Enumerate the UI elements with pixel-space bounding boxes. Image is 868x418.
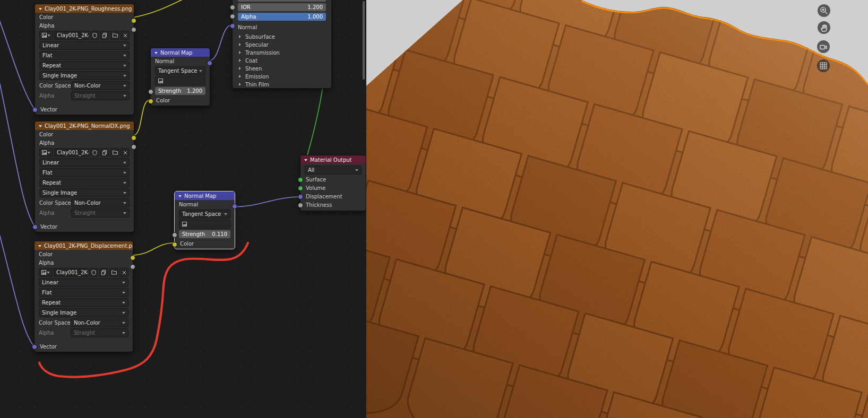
- socket-strength-input[interactable]: [148, 89, 153, 94]
- strength-slider[interactable]: Strength1.200: [155, 87, 205, 95]
- fake-user-button[interactable]: [90, 148, 99, 157]
- panel-coat[interactable]: Coat: [238, 57, 326, 64]
- normal-map-node-1[interactable]: Normal Map Normal Tangent Space Strength…: [150, 48, 210, 106]
- target-dropdown[interactable]: All: [305, 166, 362, 175]
- space-dropdown[interactable]: Tangent Space: [155, 66, 205, 75]
- fake-user-button[interactable]: [89, 268, 98, 277]
- socket-normal-input[interactable]: [230, 23, 235, 29]
- extension-dropdown[interactable]: Repeat: [39, 61, 130, 70]
- socket-vector-input[interactable]: [32, 107, 38, 112]
- source-dropdown[interactable]: Single Image: [39, 71, 130, 80]
- panel-sheen[interactable]: Sheen: [238, 65, 326, 72]
- duplicate-button[interactable]: [100, 31, 109, 40]
- projection-dropdown[interactable]: Flat: [39, 168, 130, 177]
- socket-alpha-output[interactable]: [131, 144, 136, 150]
- ior-slider[interactable]: IOR1.200: [238, 3, 326, 11]
- node-header[interactable]: Normal Map: [175, 191, 235, 200]
- strength-slider[interactable]: Strength0.110: [179, 230, 230, 238]
- node-header[interactable]: Clay001_2K-PNG_Displacement.png: [35, 241, 133, 250]
- extension-dropdown[interactable]: Repeat: [39, 178, 130, 187]
- image-browser-button[interactable]: [39, 268, 53, 277]
- open-image-button[interactable]: [109, 268, 118, 277]
- image-browser-button[interactable]: [39, 31, 53, 40]
- unlink-button[interactable]: [119, 268, 128, 277]
- interpolation-dropdown[interactable]: Linear: [39, 158, 130, 167]
- socket-vector-input[interactable]: [32, 344, 37, 350]
- image-texture-node-normaldx[interactable]: Clay001_2K-PNG_NormalDX.png Color Alpha …: [35, 121, 134, 232]
- socket-color-input[interactable]: [172, 242, 177, 247]
- color-space-dropdown[interactable]: Non-Color: [71, 318, 128, 327]
- projection-dropdown[interactable]: Flat: [39, 51, 130, 60]
- editor-scrollbar[interactable]: [363, 1, 365, 80]
- collapse-icon[interactable]: [39, 8, 42, 12]
- material-output-node[interactable]: Material Output All Surface Volume Displ…: [300, 155, 366, 211]
- socket-volume-input[interactable]: [298, 186, 303, 191]
- socket-alpha-input[interactable]: [230, 14, 235, 19]
- socket-ior-input[interactable]: [230, 5, 235, 10]
- duplicate-button[interactable]: [99, 268, 108, 277]
- pan-button[interactable]: [818, 21, 830, 34]
- socket-normal-output[interactable]: [207, 60, 212, 66]
- duplicate-button[interactable]: [100, 148, 109, 157]
- panel-specular[interactable]: Specular: [238, 41, 326, 48]
- socket-normal-output[interactable]: [232, 204, 237, 209]
- extension-dropdown[interactable]: Repeat: [39, 298, 128, 307]
- socket-alpha-output[interactable]: [130, 264, 135, 269]
- image-name-field[interactable]: Clay001_2K-P...: [54, 148, 89, 157]
- open-image-button[interactable]: [110, 31, 119, 40]
- image-name-field[interactable]: Clay001_2K-P...: [54, 268, 88, 277]
- node-header[interactable]: Normal Map: [151, 48, 210, 57]
- camera-view-button[interactable]: [817, 40, 830, 53]
- collapse-icon[interactable]: [154, 52, 158, 56]
- color-space-dropdown[interactable]: Non-Color: [71, 81, 130, 90]
- socket-strength-input[interactable]: [172, 232, 177, 238]
- socket-thickness-input[interactable]: [298, 203, 303, 208]
- clay-roof-object[interactable]: [366, 0, 868, 418]
- principled-bsdf-node[interactable]: IOR1.200 Alpha1.000 Normal Subsurface Sp…: [232, 0, 332, 89]
- orthographic-toggle-button[interactable]: [817, 59, 830, 72]
- collapse-icon[interactable]: [39, 125, 42, 129]
- socket-color-output[interactable]: [130, 255, 135, 260]
- image-browser-button[interactable]: [39, 148, 53, 157]
- panel-thin-film[interactable]: Thin Film: [238, 81, 326, 88]
- collapse-icon[interactable]: [304, 159, 307, 163]
- shader-node-editor[interactable]: Clay001_2K-PNG_Roughness.png Color Alpha…: [0, 0, 367, 418]
- panel-transmission[interactable]: Transmission: [238, 49, 326, 56]
- socket-surface-input[interactable]: [298, 177, 303, 182]
- viewport-3d[interactable]: [366, 0, 868, 418]
- color-field[interactable]: [155, 76, 205, 85]
- socket-color-output[interactable]: [131, 18, 136, 23]
- socket-color-input[interactable]: [148, 99, 153, 104]
- collapse-icon[interactable]: [38, 245, 41, 249]
- image-name-field[interactable]: Clay001_2K-P...: [54, 31, 89, 40]
- unlink-button[interactable]: [121, 148, 130, 157]
- projection-dropdown[interactable]: Flat: [39, 288, 128, 297]
- socket-vector-input[interactable]: [32, 224, 38, 230]
- node-header[interactable]: Material Output: [300, 155, 366, 164]
- image-texture-node-displacement[interactable]: Clay001_2K-PNG_Displacement.png Color Al…: [34, 241, 133, 352]
- color-space-dropdown[interactable]: Non-Color: [71, 198, 130, 207]
- open-image-button[interactable]: [110, 148, 119, 157]
- color-field[interactable]: [179, 220, 230, 229]
- source-dropdown[interactable]: Single Image: [39, 308, 128, 317]
- fake-user-button[interactable]: [90, 31, 99, 40]
- node-header[interactable]: Clay001_2K-PNG_NormalDX.png: [35, 121, 134, 130]
- source-dropdown[interactable]: Single Image: [39, 188, 130, 197]
- socket-displacement-input[interactable]: [298, 194, 303, 199]
- normal-map-node-2[interactable]: Normal Map Normal Tangent Space Strength…: [174, 191, 235, 249]
- image-texture-node-roughness[interactable]: Clay001_2K-PNG_Roughness.png Color Alpha…: [35, 4, 134, 115]
- node-header[interactable]: Clay001_2K-PNG_Roughness.png: [35, 4, 134, 13]
- collapse-icon[interactable]: [178, 195, 182, 199]
- panel-subsurface[interactable]: Subsurface: [238, 33, 326, 40]
- space-dropdown[interactable]: Tangent Space: [179, 210, 230, 219]
- unlink-button[interactable]: [121, 31, 130, 40]
- alpha-slider-active[interactable]: Alpha1.000: [238, 13, 326, 21]
- interpolation-dropdown[interactable]: Linear: [39, 41, 130, 50]
- chevron-down-icon: [122, 292, 125, 295]
- socket-alpha-output[interactable]: [131, 27, 136, 32]
- interpolation-dropdown[interactable]: Linear: [39, 278, 128, 287]
- chevron-down-icon: [47, 34, 50, 38]
- panel-emission[interactable]: Emission: [238, 73, 326, 80]
- socket-color-output[interactable]: [131, 135, 136, 141]
- zoom-button[interactable]: [818, 4, 830, 17]
